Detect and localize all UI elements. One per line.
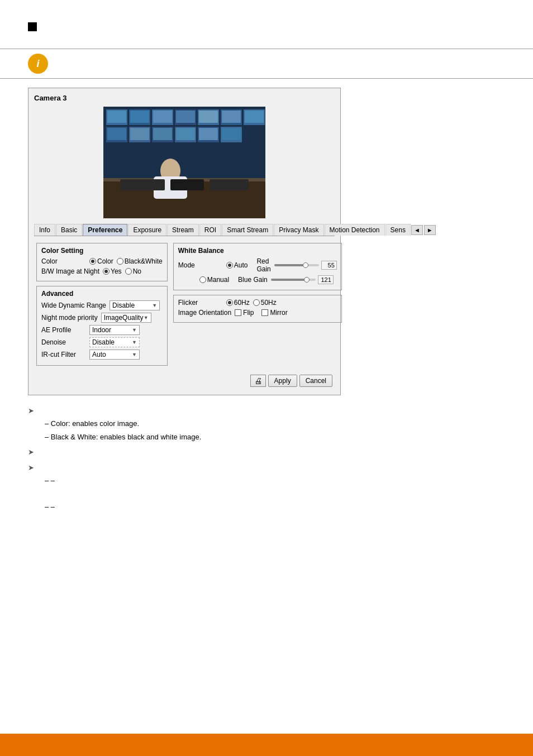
- flicker-label: Flicker: [178, 299, 223, 307]
- svg-rect-8: [176, 111, 195, 123]
- wb-mode-label: Mode: [178, 261, 223, 269]
- content-below: ➤ Color: enables color image. Black & Wh…: [0, 395, 533, 522]
- svg-rect-2: [107, 111, 126, 123]
- svg-rect-10: [199, 111, 218, 123]
- settings-area: Color Setting Color Color Black&White: [34, 241, 335, 372]
- tab-sens[interactable]: Sens: [386, 224, 411, 236]
- radio-circle-wb-auto: [226, 262, 233, 269]
- red-gain-label: Red Gain: [256, 257, 270, 273]
- radio-bw[interactable]: Black&White: [117, 257, 163, 265]
- ircut-row: IR-cut Filter Auto ▼: [41, 350, 163, 360]
- footer-bar: [0, 734, 533, 756]
- radio-yes[interactable]: Yes: [103, 267, 122, 275]
- tab-motion-detection[interactable]: Motion Detection: [325, 224, 385, 236]
- night-mode-dropdown[interactable]: ImageQuality ▼: [101, 313, 151, 323]
- radio-circle-yes: [103, 268, 110, 275]
- tab-exposure[interactable]: Exposure: [128, 224, 166, 236]
- wdr-dropdown[interactable]: Disable ▼: [110, 300, 160, 310]
- apply-button[interactable]: Apply: [268, 375, 297, 387]
- wb-mode-row: Mode Auto Red Gain: [178, 257, 337, 273]
- blue-gain-slider-container: 121: [271, 275, 334, 284]
- arrow-icon-2: ➤: [28, 448, 34, 456]
- blue-gain-thumb[interactable]: [304, 277, 310, 283]
- mirror-checkbox[interactable]: Mirror: [261, 309, 287, 317]
- dash-item-color: Color: enables color image.: [45, 417, 505, 430]
- radio-circle-wb-manual: [199, 276, 206, 283]
- bw-night-label: B/W Image at Night: [41, 267, 99, 275]
- tab-basic[interactable]: Basic: [56, 224, 82, 236]
- radio-wb-manual[interactable]: Manual: [199, 276, 229, 284]
- radio-circle-50hz: [253, 299, 260, 306]
- red-gain-thumb[interactable]: [303, 262, 308, 268]
- night-mode-label: Night mode priority: [41, 314, 98, 322]
- tab-stream[interactable]: Stream: [167, 224, 199, 236]
- bw-night-radio-group: Yes No: [103, 267, 141, 275]
- ircut-dropdown-arrow: ▼: [132, 352, 137, 357]
- dash-item-bw: Black & White: enables black and white i…: [45, 430, 505, 443]
- dash-item-extra2: –: [45, 500, 505, 513]
- bullet-item-1: ➤: [28, 404, 505, 417]
- blue-gain-track: [271, 279, 316, 281]
- svg-rect-16: [107, 128, 126, 140]
- color-setting-section: Color Setting Color Color Black&White: [36, 243, 168, 281]
- red-gain-track: [274, 264, 319, 266]
- radio-wb-auto[interactable]: Auto: [226, 261, 248, 269]
- radio-circle-60hz: [226, 299, 233, 306]
- tab-next-arrow[interactable]: ►: [424, 225, 436, 235]
- ae-profile-dropdown-arrow: ▼: [132, 327, 137, 333]
- wb-title: White Balance: [178, 247, 337, 255]
- radio-no[interactable]: No: [125, 267, 141, 275]
- svg-rect-14: [245, 111, 264, 123]
- svg-rect-22: [176, 128, 195, 140]
- radio-60hz[interactable]: 60Hz: [226, 299, 250, 307]
- arrow-icon-3: ➤: [28, 463, 34, 472]
- blue-gain-value: 121: [318, 275, 334, 284]
- red-gain-fill: [274, 264, 306, 266]
- cancel-button[interactable]: Cancel: [299, 375, 332, 387]
- bullet-item-3: ➤: [28, 461, 505, 474]
- advanced-section: Advanced Wide Dynamic Range Disable ▼ Ni…: [36, 286, 168, 366]
- radio-circle-no: [125, 268, 132, 275]
- wb-manual-row: Manual Blue Gain 121: [178, 275, 337, 284]
- color-setting-title: Color Setting: [41, 247, 163, 255]
- denoise-dropdown[interactable]: Disable ▼: [89, 337, 140, 347]
- orientation-label: Image Orientation: [178, 309, 231, 317]
- radio-color[interactable]: Color: [89, 257, 113, 265]
- info-box: i: [0, 49, 533, 79]
- flip-checkbox[interactable]: Flip: [235, 309, 254, 317]
- flicker-radio-group: 60Hz 50Hz: [226, 299, 277, 307]
- tab-preference[interactable]: Preference: [83, 224, 127, 236]
- ae-profile-label: AE Profile: [41, 326, 86, 334]
- tab-roi[interactable]: ROI: [199, 224, 221, 236]
- print-button[interactable]: 🖨: [250, 375, 266, 387]
- tab-smart-stream[interactable]: Smart Stream: [222, 224, 273, 236]
- blue-gain-fill: [271, 279, 307, 281]
- wdr-dropdown-arrow: ▼: [152, 303, 157, 308]
- radio-50hz[interactable]: 50Hz: [253, 299, 277, 307]
- denoise-dropdown-arrow: ▼: [132, 339, 137, 345]
- tab-privacy-mask[interactable]: Privacy Mask: [274, 224, 323, 236]
- blue-gain-label: Blue Gain: [238, 276, 268, 284]
- red-gain-value: 55: [321, 261, 337, 270]
- tab-info[interactable]: Info: [34, 224, 55, 236]
- ae-profile-row: AE Profile Indoor ▼: [41, 325, 163, 335]
- bw-night-row: B/W Image at Night Yes No: [41, 267, 163, 275]
- ircut-dropdown[interactable]: Auto ▼: [89, 350, 140, 360]
- bullet-item-2: ➤: [28, 446, 505, 458]
- advanced-right-section: Flicker 60Hz 50Hz: [173, 295, 342, 323]
- color-field-row: Color Color Black&White: [41, 257, 163, 265]
- ae-profile-dropdown[interactable]: Indoor ▼: [89, 325, 140, 335]
- svg-rect-32: [170, 179, 204, 190]
- mirror-checkbox-box: [261, 309, 268, 316]
- flip-checkbox-box: [235, 309, 241, 316]
- white-balance-section: White Balance Mode Auto Red Gain: [173, 243, 342, 290]
- flicker-row: Flicker 60Hz 50Hz: [178, 299, 337, 307]
- night-mode-dropdown-arrow: ▼: [144, 315, 149, 320]
- svg-rect-33: [210, 179, 249, 190]
- section-marker: [28, 22, 37, 31]
- svg-rect-26: [222, 128, 241, 140]
- radio-circle-bw: [117, 258, 123, 265]
- denoise-label: Denoise: [41, 338, 86, 346]
- radio-circle-color: [89, 258, 96, 265]
- tab-prev-arrow[interactable]: ◄: [411, 225, 423, 235]
